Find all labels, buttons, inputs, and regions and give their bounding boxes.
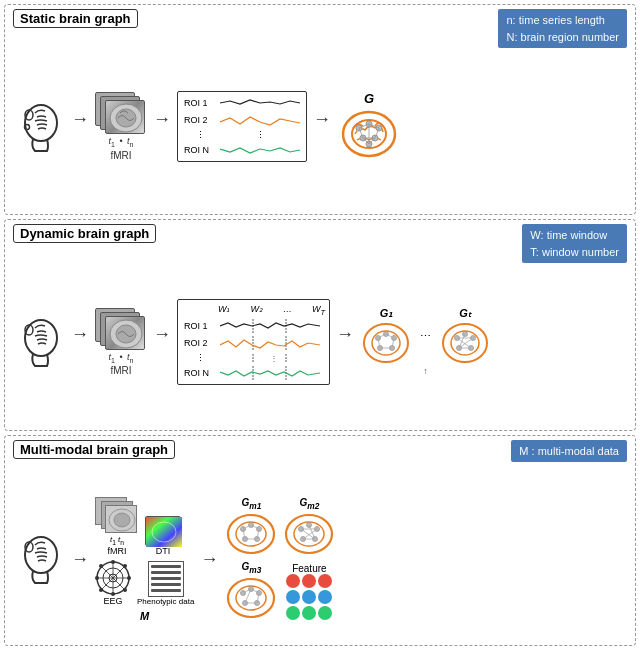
dyn-roi2-signal <box>220 336 320 350</box>
window-number-note: ↑ <box>423 366 428 376</box>
dyn-dots-label: ⋮ <box>184 353 216 363</box>
main-container: Static brain graph n: time series length… <box>0 0 640 650</box>
dynamic-content: → t1 • tn <box>13 285 627 386</box>
arrow-3: → <box>313 109 331 130</box>
svg-point-71 <box>111 560 115 564</box>
arrow-mm-1: → <box>71 549 89 570</box>
dynamic-info: W: time windowT: window number <box>522 224 627 263</box>
dots-signal: ⋮ <box>220 130 300 140</box>
section-dynamic: Dynamic brain graph W: time windowT: win… <box>4 219 636 430</box>
feat-dot-4 <box>286 590 300 604</box>
graph-Gm1: Gm1 <box>224 497 278 557</box>
svg-point-34 <box>364 324 408 362</box>
G1-label: G₁ <box>380 307 393 320</box>
pheno-line-3 <box>151 577 181 580</box>
graph-GT: Gₜ <box>439 307 491 366</box>
brain-Gm3-svg <box>224 575 278 621</box>
graph-G1: G₁ <box>360 307 412 366</box>
dyn-roi1-row: ROI 1 <box>184 319 325 333</box>
roi2-row: ROI 2 <box>184 113 300 127</box>
mm-fmri-label: fMRI <box>108 546 127 556</box>
svg-point-77 <box>99 588 103 592</box>
arrow-dyn-3: → <box>336 324 354 345</box>
dots-row: ⋮ ⋮ <box>184 130 300 140</box>
dyn-roi2-row: ROI 2 <box>184 336 325 350</box>
roiN-label: ROI N <box>184 145 216 155</box>
dyn-dots-label2: ⋯ <box>420 330 431 343</box>
svg-point-79 <box>228 515 274 553</box>
fmri-stack-dynamic: t1 • tn fMRI <box>95 308 147 377</box>
fmri-dyn-slice-3 <box>105 316 145 350</box>
dyn-roiN-label: ROI N <box>184 368 216 378</box>
mm-fmri: t1 tn fMRI <box>95 497 139 556</box>
GT-label: Gₜ <box>459 307 471 320</box>
svg-point-76 <box>123 564 127 568</box>
brain-G-svg <box>337 106 401 162</box>
arrow-mm-2: → <box>200 549 218 570</box>
pheno-line-1 <box>151 565 181 568</box>
mm-phenotype-label: Phenotypic data <box>137 597 194 606</box>
fmri-slice-3 <box>105 100 145 134</box>
feat-dot-6 <box>318 590 332 604</box>
multimodal-output-brains: Gm1 <box>224 497 336 621</box>
mm-fmri-s3 <box>105 505 137 533</box>
multimodal-label: Multi-modal brain graph <box>13 440 175 459</box>
svg-point-74 <box>127 576 131 580</box>
arrow-2: → <box>153 109 171 130</box>
dyn-roi2-label: ROI 2 <box>184 338 216 348</box>
dyn-dots-signal: ⋮ <box>220 354 320 362</box>
mm-phenotype: Phenotypic data <box>137 561 194 606</box>
brain-head-icon <box>13 101 65 153</box>
svg-point-91 <box>286 515 332 553</box>
section-static: Static brain graph n: time series length… <box>4 4 636 215</box>
dyn-roi1-label: ROI 1 <box>184 321 216 331</box>
feat-dot-9 <box>318 606 332 620</box>
multimodal-content: → <box>13 479 627 622</box>
roi2-signal <box>220 113 300 127</box>
dynamic-output-graphs: G₁ <box>360 307 491 376</box>
Gm3-label: Gm3 <box>241 561 261 575</box>
svg-point-61 <box>114 513 130 527</box>
static-info-text: n: time series lengthN: brain region num… <box>506 14 619 43</box>
svg-text:⋮: ⋮ <box>270 354 278 362</box>
t-labels-static: t1 • tn <box>108 136 133 148</box>
feature-label: Feature <box>292 563 326 574</box>
arrow-dyn-2: → <box>153 324 171 345</box>
mm-M-label: M <box>95 610 194 622</box>
brain-G1-svg <box>360 320 412 366</box>
mm-phenotype-image <box>148 561 184 597</box>
graph-Gm3: Gm3 <box>224 561 278 621</box>
mm-fmri-t: t1 tn <box>110 535 124 546</box>
dots-label: ⋮ <box>184 130 216 140</box>
feat-dot-5 <box>302 590 316 604</box>
multimodal-info-text: M : multi-modal data <box>519 445 619 457</box>
static-content: → t1 • <box>13 77 627 162</box>
svg-point-2 <box>25 124 30 129</box>
fmri-label-static: fMRI <box>110 150 131 161</box>
multimodal-info: M : multi-modal data <box>511 440 627 463</box>
dynamic-signals: W₁ W₂ … WT ROI 1 ROI 2 <box>177 299 330 386</box>
mm-eeg-label: EEG <box>103 596 122 606</box>
Gm1-label: Gm1 <box>241 497 261 511</box>
svg-point-78 <box>123 588 127 592</box>
feat-dot-7 <box>286 606 300 620</box>
mm-top-row: t1 tn fMRI <box>95 497 194 556</box>
brain-Gm2-svg <box>282 511 336 557</box>
roiN-row: ROI N <box>184 143 300 157</box>
feat-dot-8 <box>302 606 316 620</box>
brain-GT-svg <box>439 320 491 366</box>
dyn-roiN-row: ROI N <box>184 366 325 380</box>
pheno-line-5 <box>151 589 181 592</box>
brain-head-dynamic <box>13 316 65 368</box>
w2-label: W₂ <box>251 304 264 317</box>
pheno-line-4 <box>151 583 181 586</box>
mm-bottom-row: EEG Phenotypic data <box>95 560 194 606</box>
dyn-roi1-signal <box>220 319 320 333</box>
Gm2-label: Gm2 <box>299 497 319 511</box>
dyn-graphs-row: G₁ <box>360 307 491 366</box>
mm-eeg: EEG <box>95 560 131 606</box>
dyn-dots-between: ⋯ <box>420 330 431 343</box>
arrow-1: → <box>71 109 89 130</box>
multimodal-inputs: t1 tn fMRI <box>95 497 194 622</box>
feat-dot-3 <box>318 574 332 588</box>
